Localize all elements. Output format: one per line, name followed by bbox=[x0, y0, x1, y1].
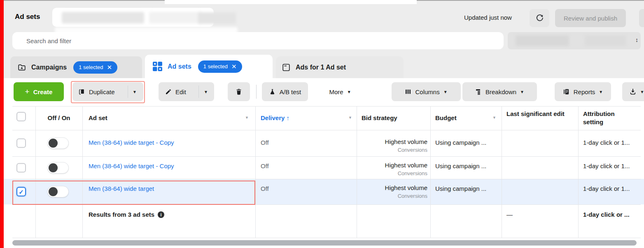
refresh-button[interactable] bbox=[530, 9, 549, 27]
bid-strategy-sub: Conversions bbox=[357, 193, 427, 199]
page-title: Ad sets bbox=[15, 13, 40, 21]
attribution-value: 1-day click or 1... bbox=[583, 185, 630, 192]
redacted-block bbox=[585, 35, 626, 46]
columns-button[interactable]: Columns ▼ bbox=[392, 82, 461, 101]
budget-value: Using campaign ... bbox=[435, 185, 486, 192]
trash-icon bbox=[235, 88, 243, 95]
grid-line bbox=[12, 179, 641, 179]
attribution-value: 1-day click or 1... bbox=[583, 162, 630, 169]
results-summary: Results from 3 ad sets i bbox=[89, 211, 164, 218]
delivery-header-label: Delivery bbox=[261, 114, 285, 121]
search-input[interactable]: Search and filter bbox=[12, 32, 504, 49]
redacted-block bbox=[198, 12, 236, 24]
tab-campaigns[interactable]: Campaigns 1 selected ✕ bbox=[10, 56, 142, 78]
updated-status: Updated just now bbox=[464, 14, 512, 21]
select-all-checkbox[interactable] bbox=[16, 112, 26, 121]
duplicate-label: Duplicate bbox=[89, 88, 115, 95]
edit-button[interactable]: Edit ▼ bbox=[159, 82, 214, 101]
pencil-icon bbox=[165, 88, 172, 95]
caret-down-icon[interactable]: ▼ bbox=[133, 90, 137, 94]
row-off-toggle[interactable] bbox=[47, 137, 69, 149]
ab-test-button[interactable]: A/B test bbox=[262, 82, 308, 101]
grid-line bbox=[35, 106, 36, 238]
grid-line bbox=[255, 106, 256, 238]
top-white-notch bbox=[165, 0, 417, 4]
search-placeholder: Search and filter bbox=[26, 37, 71, 44]
ad-sets-selected-count: 1 selected bbox=[203, 63, 228, 70]
tab-ads[interactable]: Ads for 1 Ad set bbox=[276, 56, 404, 78]
grid-line bbox=[12, 130, 641, 130]
export-button[interactable]: ▼ bbox=[622, 82, 644, 101]
delivery-status: Off bbox=[261, 162, 269, 169]
bid-strategy-cell: Highest volume Conversions bbox=[357, 162, 427, 176]
table-row[interactable]: Men (38-64) wide target - Copy Off Highe… bbox=[4, 156, 644, 179]
footer-attribution: 1-day click or ... bbox=[583, 211, 630, 218]
tab-ad-sets[interactable]: Ad sets 1 selected ✕ bbox=[145, 55, 273, 78]
column-header-bid-strategy[interactable]: Bid strategy bbox=[362, 114, 397, 121]
column-header-delivery[interactable]: Delivery ↑ bbox=[261, 114, 289, 121]
button-divider bbox=[198, 86, 199, 98]
ads-manager-screen: Ad sets Updated just now Review and publ… bbox=[0, 0, 644, 248]
horizontal-scrollbar[interactable] bbox=[12, 240, 637, 246]
grid-line bbox=[82, 106, 83, 238]
delivery-status: Off bbox=[261, 139, 269, 146]
reports-button[interactable]: Reports ▼ bbox=[555, 82, 611, 101]
column-header-ad-set[interactable]: Ad set bbox=[89, 114, 107, 121]
create-button[interactable]: + Create bbox=[14, 82, 64, 101]
campaigns-selected-count: 1 selected bbox=[79, 64, 103, 70]
breakdown-label: Breakdown bbox=[485, 88, 516, 95]
row-off-toggle[interactable] bbox=[47, 162, 69, 174]
bid-strategy-value: Highest volume bbox=[357, 162, 427, 169]
redacted-block bbox=[149, 12, 202, 23]
table-row[interactable]: Men (38-64) wide target - Copy Off Highe… bbox=[4, 130, 644, 156]
row-checkbox[interactable] bbox=[16, 139, 26, 148]
cropped-edge-button[interactable] bbox=[639, 9, 644, 27]
more-button[interactable]: More ▼ bbox=[325, 82, 355, 101]
campaigns-selected-badge[interactable]: 1 selected ✕ bbox=[73, 61, 117, 74]
column-header-off-on[interactable]: Off / On bbox=[43, 114, 75, 121]
breakdown-button[interactable]: Breakdown ▼ bbox=[462, 82, 537, 101]
ad-sets-selected-badge[interactable]: 1 selected ✕ bbox=[198, 60, 242, 73]
toggle-knob bbox=[49, 139, 58, 148]
table-footer-row: Results from 3 ad sets i — 1-day click o… bbox=[4, 204, 644, 238]
grid-line bbox=[12, 156, 641, 157]
results-summary-label: Results from 3 ad sets bbox=[89, 211, 154, 218]
column-header-last-significant-edit[interactable]: Last significant edit bbox=[506, 110, 568, 118]
attribution-value: 1-day click or 1... bbox=[583, 139, 630, 146]
budget-value: Using campaign ... bbox=[435, 139, 486, 146]
column-header-budget[interactable]: Budget bbox=[435, 114, 457, 121]
ads-window-icon bbox=[282, 63, 291, 72]
sort-caret-icon[interactable]: ▼ bbox=[492, 116, 496, 120]
grid-line bbox=[578, 106, 579, 238]
sort-arrow-up-icon: ↑ bbox=[287, 114, 290, 121]
tab-ad-sets-label: Ad sets bbox=[168, 63, 191, 70]
column-header-attribution-setting[interactable]: Attribution setting bbox=[583, 110, 632, 126]
footer-last-edit: — bbox=[506, 211, 513, 218]
review-and-publish-label: Review and publish bbox=[564, 15, 617, 22]
redacted-block bbox=[516, 35, 569, 46]
ab-test-label: A/B test bbox=[280, 88, 301, 95]
ad-set-name-link[interactable]: Men (38-64) wide target - Copy bbox=[89, 139, 174, 146]
caret-down-icon: ▼ bbox=[599, 90, 603, 94]
caret-down-icon: ▼ bbox=[520, 90, 524, 94]
tab-campaigns-label: Campaigns bbox=[31, 64, 67, 71]
sort-caret-icon[interactable]: ▼ bbox=[348, 116, 352, 120]
row-checkbox[interactable] bbox=[16, 163, 26, 172]
columns-label: Columns bbox=[415, 88, 439, 95]
info-icon[interactable]: i bbox=[158, 211, 164, 218]
delivery-status: Off bbox=[261, 185, 269, 192]
sort-caret-icon[interactable]: ▼ bbox=[245, 116, 249, 120]
caret-down-icon: ▼ bbox=[347, 90, 351, 94]
bid-strategy-sub: Conversions bbox=[357, 170, 427, 176]
delete-button[interactable] bbox=[228, 82, 250, 101]
bid-strategy-sub: Conversions bbox=[357, 147, 427, 153]
tab-ads-label: Ads for 1 Ad set bbox=[296, 64, 346, 71]
caret-down-icon[interactable]: ▼ bbox=[204, 90, 208, 94]
duplicate-button[interactable]: Duplicate ▼ bbox=[72, 82, 143, 101]
toolbar-divider bbox=[256, 85, 257, 99]
review-and-publish-button[interactable]: Review and publish bbox=[555, 9, 626, 27]
close-icon[interactable]: ✕ bbox=[107, 64, 112, 70]
close-icon[interactable]: ✕ bbox=[231, 63, 237, 70]
ad-set-name-link[interactable]: Men (38-64) wide target - Copy bbox=[89, 162, 174, 169]
breakdown-icon bbox=[475, 88, 482, 95]
